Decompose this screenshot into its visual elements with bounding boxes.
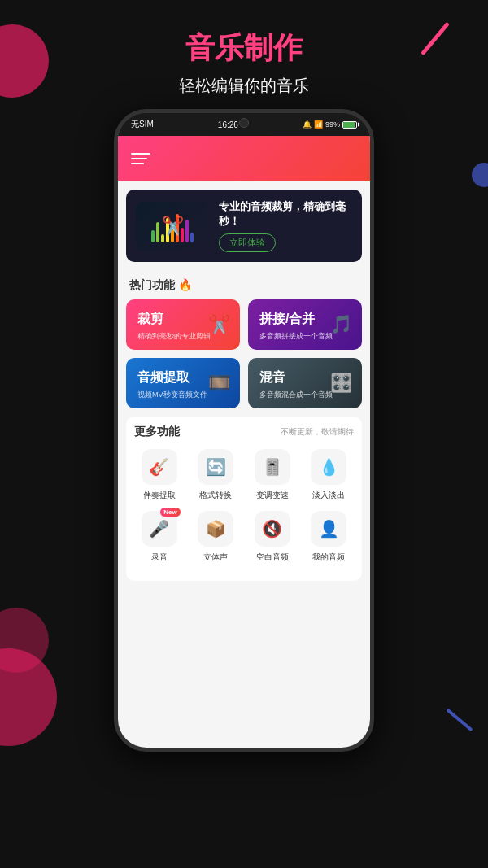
more-item-myaudio[interactable]: 👤 我的音频 [304,511,355,563]
app-topbar [118,136,370,181]
wifi-icon: 📶 [314,120,323,129]
trim-icon: ✂️ [208,314,230,335]
banner-button[interactable]: 立即体验 [219,233,276,252]
page-title: 音乐制作 [0,28,488,68]
battery-icon [342,121,357,129]
format-icon: 🔄 [198,449,233,485]
record-icon: 🎤 New [142,511,177,547]
fade-icon: 💧 [311,449,346,485]
more-item-silence[interactable]: 🔇 空白音频 [247,511,298,563]
more-grid-row2: 🎤 New 录音 📦 立体声 🔇 空白音频 👤 [134,511,354,563]
promo-banner: ✂️ 专业的音频裁剪，精确到毫秒！ 立即体验 [126,190,362,262]
stereo-label: 立体声 [203,552,228,563]
carrier-label: 无SIM [131,119,154,130]
more-item-stereo[interactable]: 📦 立体声 [191,511,242,563]
phone-camera [239,118,249,128]
feature-card-merge[interactable]: 拼接/合并 多音频拼接成一个音频 🎵 [248,299,362,350]
more-item-pitch[interactable]: 🎚️ 变调变速 [247,449,298,501]
page-subtitle: 轻松编辑你的音乐 [0,75,488,97]
phone-device: 无SIM 16:26 🔔 📶 99% [114,109,374,752]
status-bar: 无SIM 16:26 🔔 📶 99% [118,113,370,136]
feature-card-extract[interactable]: 音频提取 视频MV秒变音频文件 🎞️ [126,358,240,408]
more-subtitle: 不断更新，敬请期待 [281,426,354,438]
scissors-icon: ✂️ [162,216,184,237]
pitch-icon: 🎚️ [255,449,290,485]
accompaniment-icon: 🎸 [142,449,177,485]
more-item-format[interactable]: 🔄 格式转换 [191,449,242,501]
silence-label: 空白音频 [256,552,289,563]
banner-title: 专业的音频裁剪，精确到毫秒！ [219,199,352,229]
more-item-fade[interactable]: 💧 淡入淡出 [304,449,355,501]
pitch-label: 变调变速 [256,490,289,501]
app-content: ✂️ 专业的音频裁剪，精确到毫秒！ 立即体验 热门功能 🔥 裁剪 精确到毫秒的专… [118,136,370,748]
phone-wrapper: 无SIM 16:26 🔔 📶 99% [0,109,488,752]
accompaniment-label: 伴奏提取 [143,490,176,501]
battery-fill [343,122,355,128]
status-icons: 🔔 📶 99% [303,120,357,129]
waveform-bar [185,220,189,242]
more-header: 更多功能 不断更新，敬请期待 [134,425,354,439]
more-grid-row1: 🎸 伴奏提取 🔄 格式转换 🎚️ 变调变速 💧 淡入淡出 [134,449,354,501]
hot-section-title: 热门功能 🔥 [118,270,370,299]
more-item-accompaniment[interactable]: 🎸 伴奏提取 [134,449,185,501]
stereo-icon: 📦 [198,511,233,547]
hot-features-grid: 裁剪 精确到毫秒的专业剪辑 ✂️ 拼接/合并 多音频拼接成一个音频 🎵 音频提取… [118,299,370,417]
hamburger-line-1 [131,153,150,155]
menu-button[interactable] [131,153,150,164]
waveform-bar [156,222,159,242]
battery-percent: 99% [325,120,340,129]
more-section: 更多功能 不断更新，敬请期待 🎸 伴奏提取 🔄 格式转换 🎚️ 变 [126,417,362,581]
myaudio-icon: 👤 [311,511,346,547]
fade-label: 淡入淡出 [312,490,345,501]
silence-icon: 🔇 [255,511,290,547]
feature-card-trim[interactable]: 裁剪 精确到毫秒的专业剪辑 ✂️ [126,299,240,350]
myaudio-label: 我的音频 [312,552,345,563]
new-badge: New [160,508,180,517]
more-title: 更多功能 [134,425,180,439]
waveform-bar [190,233,194,242]
feature-card-mix[interactable]: 混音 多音频混合成一个音频 🎛️ [248,358,362,408]
hamburger-line-3 [131,163,144,164]
hamburger-line-2 [131,158,147,159]
header-area: 音乐制作 轻松编辑你的音乐 [0,0,488,109]
time-label: 16:26 [218,120,238,129]
extract-icon: 🎞️ [208,373,230,394]
mute-icon: 🔔 [303,120,312,129]
merge-icon: 🎵 [330,314,352,335]
waveform-bar [151,230,155,242]
banner-text: 专业的音频裁剪，精确到毫秒！ 立即体验 [219,199,352,252]
more-item-record[interactable]: 🎤 New 录音 [134,511,185,563]
mix-icon: 🎛️ [330,373,352,394]
record-label: 录音 [151,552,168,563]
banner-visual: ✂️ [136,202,209,251]
format-label: 格式转换 [199,490,232,501]
